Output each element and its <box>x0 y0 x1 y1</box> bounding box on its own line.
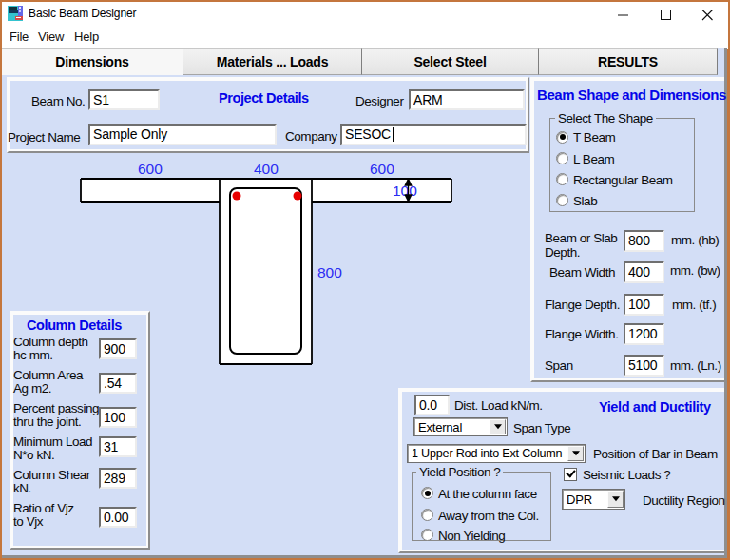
beam-width-label: Beam Width <box>549 265 615 280</box>
flange-depth-unit: mm. (tf.) <box>672 298 716 312</box>
span-type-label: Span Type <box>513 421 570 435</box>
radio-away-from-col-label[interactable]: Away from the Col. <box>438 509 539 523</box>
tab-select-steel[interactable]: Select Steel <box>362 48 539 75</box>
tab-control: Dimensions Materials ... Loads Select St… <box>2 48 727 558</box>
percent-passing-input[interactable]: 100 <box>99 407 137 428</box>
dimensions-page: Beam No. S1 Project Details Designer ARM… <box>2 74 724 555</box>
menu-bar: File View Help <box>2 27 728 49</box>
menu-view[interactable]: View <box>38 29 64 44</box>
radio-non-yielding-label[interactable]: Non Yielding <box>438 529 505 543</box>
radio-at-column-face-label[interactable]: At the column face <box>438 487 537 501</box>
shape-group-title: Select The Shape <box>555 111 656 126</box>
radio-l-beam-label[interactable]: L Beam <box>573 152 614 166</box>
column-shear-label: Column ShearkN. <box>13 469 90 494</box>
tab-materials-loads[interactable]: Materials ... Loads <box>183 48 362 75</box>
yield-title: Yield and Ductility <box>599 399 711 415</box>
beam-shape-title: Beam Shape and Dimensions <box>537 87 726 103</box>
menu-file[interactable]: File <box>10 29 29 44</box>
span-unit: mm. (Ln.) <box>670 358 721 373</box>
seismic-loads-label[interactable]: Seismic Loads ? <box>583 468 670 482</box>
beam-width-unit: mm. (bw) <box>670 263 720 278</box>
radio-rectangular-beam[interactable] <box>556 173 568 185</box>
dim-web-width: 400 <box>254 161 279 178</box>
ratio-vjz-label: Ratio of Vjzto Vjx <box>13 502 74 528</box>
column-depth-input[interactable]: 900 <box>99 338 137 359</box>
bar-position-combo[interactable]: 1 Upper Rod into Ext Column <box>407 444 586 463</box>
app-window: Basic Beam Designer File View Help Dimen… <box>0 0 730 560</box>
tab-results[interactable]: RESULTS <box>539 48 718 75</box>
dist-load-input[interactable]: 0.0 <box>414 395 450 415</box>
beam-width-input[interactable]: 400 <box>624 261 664 283</box>
dist-load-label: Dist. Load kN/m. <box>454 398 543 413</box>
maximize-button[interactable] <box>644 2 687 27</box>
tab-dimensions[interactable]: Dimensions <box>2 48 183 75</box>
close-button[interactable] <box>686 2 729 27</box>
bar-position-combo-arrow-icon[interactable] <box>567 446 584 461</box>
beam-depth-label-line2: Depth. <box>545 245 580 260</box>
shape-group-box <box>549 118 695 212</box>
radio-l-beam[interactable] <box>556 152 568 164</box>
span-type-combo-arrow-icon[interactable] <box>490 419 506 434</box>
dim-right-flange: 600 <box>370 161 394 178</box>
ratio-vjz-input[interactable]: 0.00 <box>99 507 137 528</box>
dim-web-depth: 800 <box>317 264 342 281</box>
minimize-button[interactable] <box>602 2 644 27</box>
column-depth-label: Column depthhc mm. <box>13 336 88 361</box>
flange-width-label: Flange Width. <box>545 327 618 341</box>
rebar-dot-left <box>233 192 241 201</box>
bar-position-label: Position of Bar in Beam <box>593 447 718 461</box>
flange-width-input[interactable]: 1200 <box>624 323 664 345</box>
radio-non-yielding[interactable] <box>421 529 433 541</box>
ductility-region-label: Ductility Region <box>643 493 725 508</box>
app-icon <box>8 6 23 21</box>
span-input[interactable]: 5100 <box>624 355 664 377</box>
column-area-label: Column AreaAg m2. <box>13 369 83 395</box>
span-label: Span <box>545 358 573 373</box>
radio-t-beam-label[interactable]: T Beam <box>573 130 615 145</box>
radio-at-column-face[interactable] <box>421 487 433 499</box>
window-title: Basic Beam Designer <box>29 7 136 20</box>
column-shear-input[interactable]: 289 <box>99 468 137 489</box>
form-surface: Basic Beam Designer File View Help Dimen… <box>2 2 727 558</box>
beam-depth-input[interactable]: 800 <box>624 230 664 252</box>
radio-t-beam[interactable] <box>556 131 568 144</box>
menu-help[interactable]: Help <box>74 29 99 44</box>
beam-depth-unit: mm. (hb) <box>671 233 719 247</box>
title-bar[interactable]: Basic Beam Designer <box>2 2 728 27</box>
flange-thickness-arrow-icon <box>401 179 416 202</box>
ductility-region-combo[interactable]: DPR <box>562 489 625 510</box>
seismic-loads-checkbox[interactable] <box>564 468 577 481</box>
ductility-combo-arrow-icon[interactable] <box>607 491 624 508</box>
flange-depth-input[interactable]: 100 <box>624 294 664 316</box>
flange-depth-label: Flange Depth. <box>545 298 620 312</box>
beam-depth-label-line1: Beam or Slab <box>545 231 617 245</box>
column-details-title: Column Details <box>27 318 122 333</box>
dim-left-flange: 600 <box>138 161 163 178</box>
span-type-combo[interactable]: External <box>413 417 508 436</box>
radio-slab-label[interactable]: Slab <box>573 194 597 208</box>
tab-strip: Dimensions Materials ... Loads Select St… <box>2 48 726 75</box>
minimum-load-label: Minimum LoadN*o kN. <box>13 435 92 461</box>
percent-passing-label: Percent passingthru the joint. <box>13 402 99 428</box>
yield-position-group-title: Yield Position ? <box>416 465 503 479</box>
column-area-input[interactable]: .54 <box>99 373 137 394</box>
radio-slab[interactable] <box>556 194 568 206</box>
rebar-dot-right <box>294 192 302 201</box>
radio-rectangular-beam-label[interactable]: Rectangular Beam <box>573 173 673 187</box>
minimum-load-input[interactable]: 31 <box>99 436 137 457</box>
radio-away-from-col[interactable] <box>421 509 433 521</box>
